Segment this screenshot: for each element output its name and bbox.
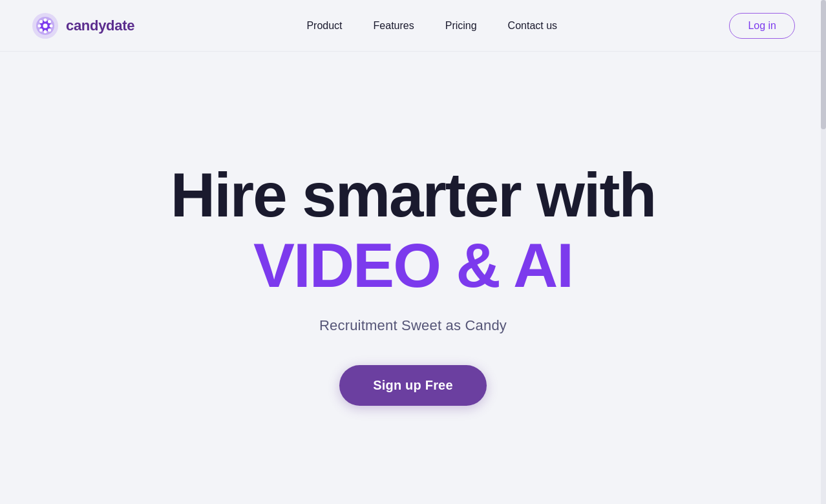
svg-point-3 xyxy=(43,23,48,28)
svg-point-11 xyxy=(39,28,43,32)
svg-point-10 xyxy=(48,20,51,23)
svg-point-8 xyxy=(39,20,43,23)
svg-point-9 xyxy=(48,28,51,32)
hero-title-line1: Hire smarter with xyxy=(171,163,655,228)
brand-name: candydate xyxy=(66,17,134,34)
svg-point-4 xyxy=(44,18,47,21)
nav-item-pricing[interactable]: Pricing xyxy=(445,20,477,32)
nav-item-product[interactable]: Product xyxy=(306,20,342,32)
nav-link-features[interactable]: Features xyxy=(374,20,414,31)
scrollbar-thumb[interactable] xyxy=(821,0,826,129)
scrollbar[interactable] xyxy=(821,0,826,504)
logo[interactable]: candydate xyxy=(31,12,134,40)
hero-subtitle: Recruitment Sweet as Candy xyxy=(319,317,507,334)
svg-point-6 xyxy=(38,24,41,27)
svg-point-5 xyxy=(44,30,47,33)
svg-point-7 xyxy=(50,24,53,27)
nav-link-contact[interactable]: Contact us xyxy=(508,20,557,31)
nav-links: Product Features Pricing Contact us xyxy=(306,20,557,32)
nav-link-product[interactable]: Product xyxy=(306,20,342,31)
hero-section: Hire smarter with VIDEO & AI Recruitment… xyxy=(0,52,826,504)
nav-item-features[interactable]: Features xyxy=(374,20,414,32)
hero-title-line2: VIDEO & AI xyxy=(253,233,573,299)
signup-button[interactable]: Sign up Free xyxy=(339,365,487,406)
nav-link-pricing[interactable]: Pricing xyxy=(445,20,477,31)
navbar: candydate Product Features Pricing Conta… xyxy=(0,0,826,52)
nav-item-contact[interactable]: Contact us xyxy=(508,20,557,32)
login-button[interactable]: Log in xyxy=(729,13,795,39)
logo-icon xyxy=(31,12,59,40)
